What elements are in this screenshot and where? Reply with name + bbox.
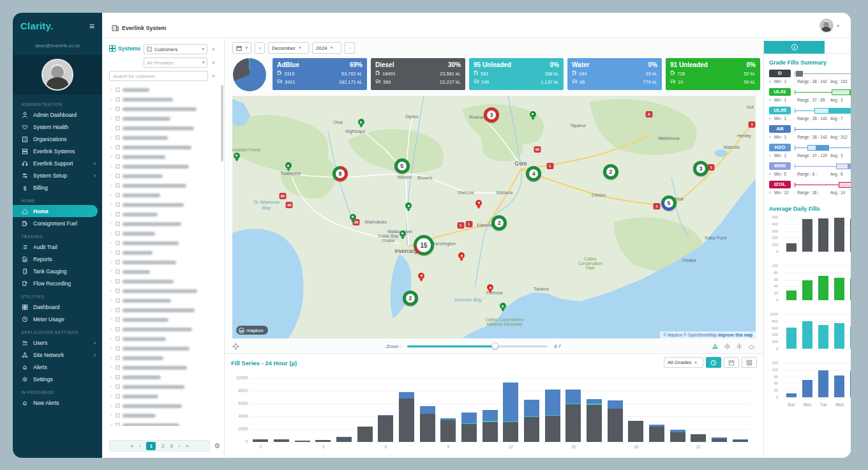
map-cluster-marker-15[interactable]: 15 <box>414 235 434 255</box>
map-pin-green[interactable] <box>285 162 292 171</box>
expand-chevron-icon[interactable]: › <box>110 279 116 284</box>
systems-label[interactable]: Systems <box>109 45 140 52</box>
page-next-button[interactable]: › <box>179 443 181 449</box>
page-2-button[interactable]: 2 <box>161 443 164 449</box>
grade-card-water[interactable]: Water0%18493 kL36779 kL <box>567 58 662 90</box>
sidebar-item-meter-usage[interactable]: Meter Usage <box>13 313 102 325</box>
topbar-avatar[interactable] <box>819 19 834 33</box>
customer-list-item[interactable]: › <box>110 324 224 334</box>
customer-list-item[interactable]: › <box>110 363 224 372</box>
customer-list-item[interactable]: › <box>110 181 224 190</box>
sidebar-item-site-network[interactable]: Site Network› <box>13 349 102 361</box>
fill-series-bar-hour-13[interactable] <box>524 400 539 442</box>
customer-list-item[interactable]: › <box>110 382 224 391</box>
daily-view-button[interactable] <box>724 357 739 368</box>
customer-list-item[interactable]: › <box>110 257 224 267</box>
fill-series-bar-hour-14[interactable] <box>545 390 560 442</box>
expand-chevron-icon[interactable]: › <box>110 155 116 159</box>
customer-list-item[interactable]: › <box>110 315 224 324</box>
map-cluster-marker-8[interactable]: 8 <box>333 166 348 181</box>
sidebar-item-admin-dashboard[interactable]: Admin Dashboard <box>13 109 102 121</box>
expand-chevron-icon[interactable]: › <box>110 164 116 169</box>
expand-chevron-icon[interactable]: › <box>110 193 116 197</box>
map-cluster-marker-2[interactable]: 2 <box>491 215 507 231</box>
expand-chevron-icon[interactable]: › <box>110 404 116 408</box>
daily-fills-bar-mon[interactable] <box>802 321 812 349</box>
table-view-button[interactable] <box>742 357 757 368</box>
customer-list-item[interactable]: › <box>110 162 224 171</box>
map-cluster-marker-2[interactable]: 2 <box>403 291 418 306</box>
daily-fills-bar-tue[interactable] <box>818 325 828 349</box>
fill-series-bar-hour-5[interactable] <box>357 427 373 442</box>
sidebar-item-home[interactable]: Home <box>13 205 98 217</box>
sidebar-item-everlink-systems[interactable]: Everlink Systems <box>13 145 102 157</box>
sidebar-item-settings[interactable]: Settings <box>13 373 102 385</box>
fill-series-bar-hour-3[interactable] <box>315 440 331 443</box>
expand-chevron-icon[interactable]: › <box>110 97 116 102</box>
fill-series-bar-hour-21[interactable] <box>691 434 706 443</box>
expand-chevron-icon[interactable]: › <box>110 269 116 274</box>
fill-series-bar-hour-9[interactable] <box>440 418 456 442</box>
grade-badge-d[interactable]: D <box>769 70 791 77</box>
expand-chevron-icon[interactable]: › <box>110 135 116 140</box>
fill-series-bar-hour-0[interactable] <box>253 439 268 442</box>
month-dropdown[interactable]: December▾ <box>268 42 309 54</box>
map[interactable]: Te Waewae BayToetoes BayRowallan ForestT… <box>232 96 756 338</box>
map-pin-red[interactable] <box>475 200 482 208</box>
fill-series-bar-hour-15[interactable] <box>565 390 581 442</box>
customer-list-item[interactable]: › <box>110 200 224 209</box>
expand-chevron-icon[interactable]: › <box>110 202 116 207</box>
expand-chevron-icon[interactable]: › <box>110 317 116 322</box>
expand-chevron-icon[interactable]: › <box>110 356 116 360</box>
fill-series-bar-hour-6[interactable] <box>378 415 393 442</box>
crosshair-icon[interactable] <box>232 343 239 350</box>
snowflake-icon[interactable] <box>736 343 743 350</box>
daily-fills-bar-sun[interactable] <box>786 328 797 349</box>
grade-card-95-unleaded[interactable]: 95 Unleaded0%581368 kL2491,137 kL <box>469 58 564 90</box>
daily-fills-bar-wed[interactable] <box>834 375 844 397</box>
expand-chevron-icon[interactable]: › <box>110 116 116 121</box>
zoom-slider-handle[interactable] <box>491 342 498 349</box>
map-pin-green[interactable] <box>400 231 406 239</box>
map-pin-red[interactable] <box>458 252 465 261</box>
map-pin-red[interactable] <box>487 284 493 292</box>
expand-chevron-icon[interactable]: › <box>110 250 116 255</box>
customer-list-item[interactable]: › <box>110 286 224 296</box>
grade-card-diesel[interactable]: Diesel30%1849123,561 kL36922,227 kL <box>371 58 465 90</box>
expand-chevron-icon[interactable]: › <box>110 423 116 426</box>
customer-list-item[interactable]: › <box>110 334 224 344</box>
grade-expand-chevron[interactable]: › <box>769 172 770 176</box>
clear-customers-button[interactable]: ✕ <box>211 47 216 52</box>
customer-list-item[interactable]: › <box>110 296 224 305</box>
map-cluster-marker-5[interactable]: 5 <box>394 158 410 174</box>
year-dropdown[interactable]: 2024▾ <box>312 42 341 54</box>
sidebar-item-consignment-fuel[interactable]: Consignment Fuel <box>13 217 102 229</box>
grade-expand-chevron[interactable]: › <box>769 116 770 121</box>
expand-chevron-icon[interactable]: › <box>110 174 116 178</box>
map-pin-red[interactable] <box>418 273 424 281</box>
daily-fills-bar-tue[interactable] <box>818 218 828 252</box>
improve-map-link[interactable]: Improve this map <box>718 333 752 337</box>
expand-chevron-icon[interactable]: › <box>110 337 116 341</box>
expand-chevron-icon[interactable]: › <box>110 107 116 111</box>
user-menu[interactable]: ▾ <box>819 19 839 33</box>
map-cluster-marker-4[interactable]: 4 <box>526 166 541 181</box>
customer-list-item[interactable]: › <box>110 104 224 114</box>
daily-fills-bar-tue[interactable] <box>818 276 828 300</box>
expand-chevron-icon[interactable]: › <box>110 241 116 245</box>
fill-series-bar-hour-4[interactable] <box>336 437 352 442</box>
fill-series-bar-hour-16[interactable] <box>587 399 602 442</box>
providers-dropdown[interactable]: All Providers ▾ <box>144 57 207 68</box>
sidebar-item-audit-trail[interactable]: Audit Trail <box>13 241 102 253</box>
grade-expand-chevron[interactable]: › <box>769 79 770 84</box>
customer-list-item[interactable]: › <box>110 85 224 95</box>
customer-list-item[interactable]: › <box>110 344 224 353</box>
sidebar-item-alerts[interactable]: Alerts <box>13 361 102 373</box>
customer-list-item[interactable]: › <box>110 219 224 229</box>
hamburger-menu-icon[interactable]: ≡ <box>89 21 94 31</box>
tent-icon[interactable] <box>712 343 719 350</box>
page-last-button[interactable]: » <box>186 443 188 449</box>
daily-fills-bar-sun[interactable] <box>786 291 797 300</box>
daily-fills-bar-wed[interactable] <box>834 218 844 252</box>
grade-badge-ul95[interactable]: UL95 <box>769 107 791 114</box>
